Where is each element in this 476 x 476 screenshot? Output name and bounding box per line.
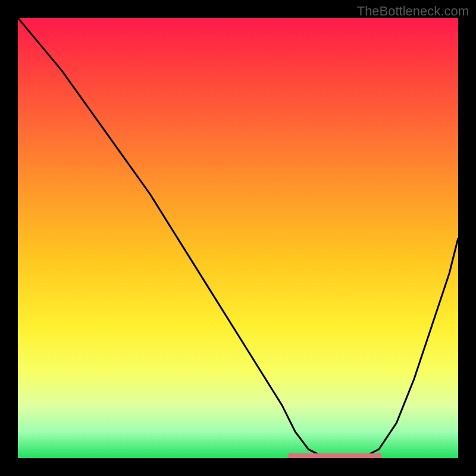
- gradient-background: [18, 18, 458, 458]
- watermark-text: TheBottleneck.com: [357, 4, 469, 19]
- chart-plot-area: [18, 18, 458, 458]
